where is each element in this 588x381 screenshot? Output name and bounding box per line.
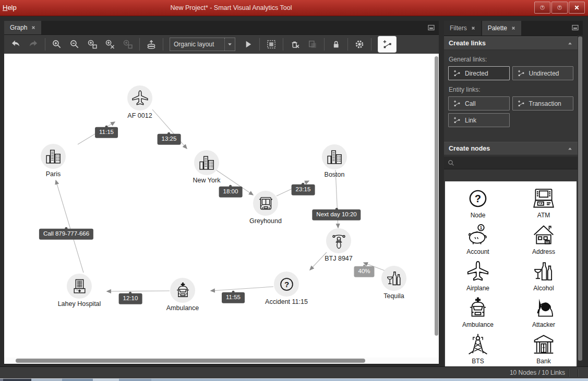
toolbar-selection-marquee-button[interactable] (262, 36, 280, 52)
tab-filters[interactable]: Filters (444, 21, 481, 35)
toolbar-delete-button[interactable] (286, 36, 304, 52)
window-minimize-button[interactable]: ? (534, 2, 550, 14)
tab-graph[interactable]: Graph (4, 21, 41, 34)
tab-close-icon[interactable] (31, 26, 35, 30)
graph-link-lahey-paris[interactable] (56, 180, 83, 273)
canvas-vscrollbar-thumb[interactable] (435, 56, 438, 336)
graph-node-circle[interactable] (253, 191, 278, 216)
graph-node-circle[interactable] (127, 85, 152, 110)
toolbar-lock-button[interactable] (327, 36, 345, 52)
toolbar-zoom-in-button[interactable] (48, 36, 66, 52)
link-label-badge[interactable]: 40% (354, 266, 374, 277)
menu-help[interactable]: Help (0, 0, 20, 16)
graph-node-tequila[interactable]: Tequila (381, 266, 406, 291)
palette-item-airplane[interactable]: Airplane (445, 260, 511, 292)
palette-item-alcohol[interactable]: Alcohol (511, 260, 577, 292)
panel-scrollbar-thumb[interactable] (578, 36, 582, 361)
section-create-nodes[interactable]: Create nodes (444, 142, 578, 155)
toolbar-layout-stack-button[interactable] (142, 36, 160, 52)
palette-item-account[interactable]: 1Account (445, 224, 511, 255)
graph-node-circle[interactable] (194, 150, 219, 175)
redo-icon (28, 39, 39, 50)
graph-node-ambulance[interactable]: Ambulance (170, 278, 195, 303)
graph-node-label: Accident 11:15 (265, 298, 308, 305)
graph-node-boston[interactable]: Boston (322, 144, 347, 169)
graph-node-paris[interactable]: Paris (41, 144, 66, 169)
graph-node-new-york[interactable]: New York (194, 150, 219, 175)
link-label-badge[interactable]: Call 879-777-666 (39, 229, 93, 240)
taskbar-segment (31, 378, 62, 381)
graph-node-lahey[interactable]: Lahey Hospital (67, 274, 92, 299)
canvas-hscrollbar-thumb[interactable] (16, 359, 365, 363)
section-create-links-label: Create links (449, 40, 486, 47)
link-button-call[interactable]: Call (448, 96, 510, 110)
palette-item-atm[interactable]: ATM (511, 187, 577, 219)
graph-node-circle[interactable] (170, 278, 195, 303)
link-label-badge[interactable]: 23:15 (292, 185, 315, 195)
link-label-badge[interactable]: 12:10 (119, 293, 142, 304)
graph-link-accident-ambulance[interactable] (211, 287, 273, 291)
graph-node-circle[interactable] (326, 228, 351, 253)
bus-icon (257, 195, 274, 212)
graph-canvas[interactable]: AF 0012ParisNew YorkBostonGreyhoundBTJ 8… (4, 54, 439, 364)
toolbar-settings-button[interactable] (351, 36, 368, 52)
link-label-badge[interactable]: Next day 10:20 (312, 210, 361, 220)
palette-item-bts[interactable]: BTS (445, 333, 511, 365)
link-label-badge[interactable]: 13:25 (158, 134, 181, 145)
link-label-badge[interactable]: 11:55 (222, 292, 245, 303)
zoom-fit-icon (123, 39, 133, 50)
toolbar-layout-select[interactable]: Organic layout (170, 38, 235, 51)
panel-minimize-icon[interactable] (428, 24, 435, 31)
window-maximize-button[interactable]: ? (551, 2, 568, 14)
graph-node-af0012[interactable]: AF 0012 (127, 85, 152, 110)
graph-node-btj8947[interactable]: BTJ 8947 (326, 228, 351, 253)
graph-link-ambulance-lahey[interactable] (107, 291, 170, 291)
graph-node-accident[interactable]: ?Accident 11:15 (274, 272, 299, 297)
zoom-out-icon (69, 39, 80, 50)
panel-scrollbar[interactable] (578, 35, 583, 366)
link-label-badge[interactable]: 18:00 (219, 187, 243, 198)
palette-item-address[interactable]: Address (511, 224, 577, 255)
search-icon (448, 159, 454, 166)
link-button-directed[interactable]: Directed (448, 66, 510, 80)
window-close-button[interactable] (569, 2, 585, 14)
palette-item-bank[interactable]: Bank (511, 333, 577, 365)
palette-item-ambulance[interactable]: Ambulance (445, 297, 511, 328)
graph-node-circle[interactable]: ? (274, 272, 299, 297)
palette-search-input[interactable] (454, 159, 578, 166)
link-label-badge[interactable]: 11:15 (95, 127, 118, 138)
palette-content: Create links General links: DirectedUndi… (444, 35, 578, 366)
toolbar-run-layout-button[interactable] (239, 36, 257, 52)
graph-node-circle[interactable] (41, 144, 66, 169)
panel-minimize-icon[interactable] (572, 24, 579, 31)
graph-node-label: Lahey Hospital (58, 300, 101, 308)
link-button-transaction[interactable]: Transaction (512, 96, 574, 110)
tab-close-icon[interactable] (511, 26, 515, 30)
play-icon (243, 39, 253, 50)
search-icon (448, 159, 454, 166)
chevron-down-icon[interactable] (224, 38, 235, 51)
toolbar-zoom-region-button (119, 36, 137, 52)
graph-link-btj8947-accident[interactable] (310, 252, 327, 270)
graph-node-greyhound[interactable]: Greyhound (253, 191, 278, 216)
taskbar-segment (93, 378, 119, 381)
toolbar-zoom-selection-button[interactable] (101, 36, 119, 52)
section-create-links[interactable]: Create links (444, 36, 578, 50)
link-button-link[interactable]: Link (448, 113, 510, 127)
canvas-hscrollbar[interactable] (4, 358, 439, 364)
toolbar-create-link-tool-button[interactable] (378, 36, 396, 52)
graph-node-circle[interactable] (322, 144, 347, 169)
window-title: New Project* - Smart Visual Analytics To… (125, 0, 337, 16)
tab-palette[interactable]: Palette (482, 21, 521, 35)
link-button-undirected[interactable]: Undirected (512, 66, 574, 80)
palette-item-attacker[interactable]: Attacker (511, 297, 577, 328)
taskbar-segment (151, 378, 588, 381)
city-icon (198, 154, 215, 171)
toolbar-undo-button[interactable] (7, 36, 25, 52)
graph-node-circle[interactable] (67, 274, 92, 299)
tab-close-icon[interactable] (471, 26, 475, 30)
graph-node-circle[interactable] (381, 266, 406, 291)
toolbar-zoom-out-button[interactable] (66, 36, 83, 52)
palette-item-node[interactable]: ?Node (445, 187, 511, 219)
toolbar-zoom-fit-button[interactable] (83, 36, 101, 52)
